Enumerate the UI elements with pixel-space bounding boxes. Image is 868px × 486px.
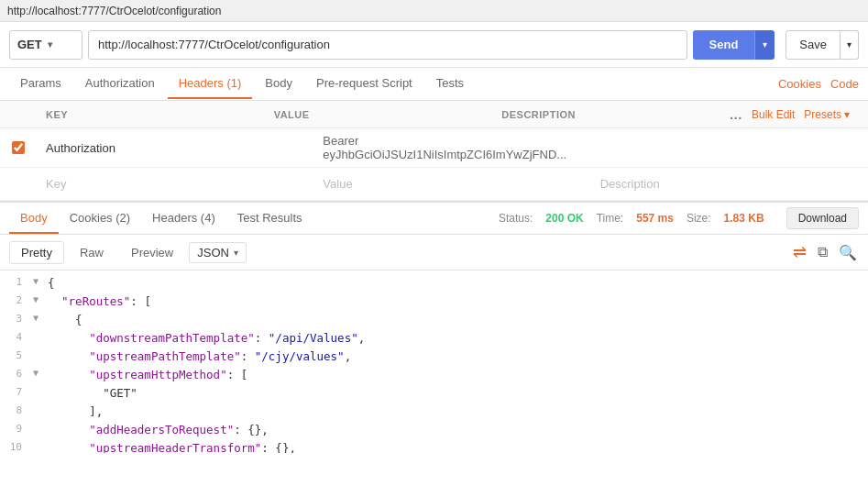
tab-body[interactable]: Body <box>254 69 303 99</box>
header-row-1: Authorization Bearer eyJhbGciOiJSUzI1NiI… <box>0 128 868 168</box>
method-value: GET <box>17 38 42 51</box>
line-content: "upstreamHttpMethod": [ <box>44 366 247 384</box>
line-toggle[interactable]: ▼ <box>33 311 44 329</box>
wrap-button[interactable]: ⇌ <box>791 240 808 264</box>
search-button[interactable]: 🔍 <box>837 242 859 263</box>
line-number: 3 <box>0 311 33 329</box>
code-line: 1▼{ <box>0 274 868 293</box>
copy-button[interactable]: ⧉ <box>816 242 830 262</box>
response-view-tabs: Pretty Raw Preview JSON ▾ ⇌ ⧉ 🔍 <box>0 235 868 271</box>
size-label: Size: <box>687 212 711 225</box>
description-input[interactable] <box>600 177 859 191</box>
title-bar: http://localhost:7777/CtrOcelot/configur… <box>0 0 868 22</box>
line-content: { <box>44 274 55 293</box>
code-line: 2▼ "reRoutes": [ <box>0 293 868 311</box>
presets-chevron-icon: ▾ <box>844 108 850 121</box>
code-line: 7 "GET" <box>0 384 868 403</box>
format-chevron-icon: ▾ <box>234 248 238 258</box>
status-label: Status: <box>499 212 533 225</box>
line-number: 6 <box>0 366 33 384</box>
line-toggle <box>33 348 44 366</box>
placeholder-description[interactable] <box>591 171 868 196</box>
send-button-group: Send ▾ <box>693 30 775 60</box>
response-size: 1.83 KB <box>724 212 764 225</box>
line-content: "upstreamPathTemplate": "/cjy/values", <box>44 348 351 366</box>
code-area: 1▼{2▼ "reRoutes": [3▼ {4 "downstreamPath… <box>0 271 868 453</box>
line-number: 8 <box>0 403 33 421</box>
row1-key: Authorization <box>37 136 313 160</box>
line-content: ], <box>44 403 103 421</box>
tab-pre-request[interactable]: Pre-request Script <box>305 69 423 99</box>
response-bar: Body Cookies (2) Headers (4) Test Result… <box>0 202 868 235</box>
method-chevron-icon: ▾ <box>48 39 52 50</box>
line-number: 1 <box>0 274 33 293</box>
time-label: Time: <box>597 212 624 225</box>
resp-tab-test-results[interactable]: Test Results <box>226 204 313 234</box>
headers-table-header: KEY VALUE DESCRIPTION ... Bulk Edit Pres… <box>0 101 868 128</box>
key-col-header: KEY <box>46 109 274 120</box>
save-button[interactable]: Save <box>786 30 841 60</box>
placeholder-value[interactable] <box>313 171 590 196</box>
view-tab-preview[interactable]: Preview <box>119 241 185 264</box>
resp-tab-headers[interactable]: Headers (4) <box>141 204 226 234</box>
view-tab-pretty[interactable]: Pretty <box>9 241 64 264</box>
line-toggle <box>33 384 44 403</box>
send-button[interactable]: Send <box>693 30 755 60</box>
resp-tab-body[interactable]: Body <box>9 204 59 234</box>
line-content: { <box>44 311 82 329</box>
value-col-header: VALUE <box>274 109 502 120</box>
row1-description <box>591 142 868 153</box>
line-number: 5 <box>0 348 33 366</box>
line-content: "reRoutes": [ <box>44 293 151 311</box>
code-line: 8 ], <box>0 403 868 421</box>
tab-headers[interactable]: Headers (1) <box>168 69 253 99</box>
request-tabs: Params Authorization Headers (1) Body Pr… <box>0 68 868 101</box>
window-title: http://localhost:7777/CtrOcelot/configur… <box>7 5 221 17</box>
code-line: 3▼ { <box>0 311 868 329</box>
line-toggle <box>33 329 44 348</box>
line-content: "addHeadersToRequest": {}, <box>44 421 269 439</box>
line-number: 10 <box>0 439 33 453</box>
tab-tests[interactable]: Tests <box>425 69 475 99</box>
cookies-link[interactable]: Cookies <box>778 77 821 91</box>
send-dropdown-button[interactable]: ▾ <box>754 30 775 60</box>
view-actions: ⇌ ⧉ 🔍 <box>791 240 859 264</box>
save-dropdown-button[interactable]: ▾ <box>841 30 859 60</box>
line-number: 2 <box>0 293 33 311</box>
line-number: 9 <box>0 421 33 439</box>
code-line: 5 "upstreamPathTemplate": "/cjy/values", <box>0 348 868 366</box>
response-section: Body Cookies (2) Headers (4) Test Result… <box>0 202 868 453</box>
code-line: 10 "upstreamHeaderTransform": {}, <box>0 439 868 453</box>
row1-checkbox[interactable] <box>0 141 37 154</box>
tab-authorization[interactable]: Authorization <box>74 69 166 99</box>
line-content: "GET" <box>44 384 137 403</box>
key-input[interactable] <box>46 177 304 191</box>
response-time: 557 ms <box>636 212 674 225</box>
download-button[interactable]: Download <box>786 207 859 229</box>
line-content: "downstreamPathTemplate": "/api/Values", <box>44 329 365 348</box>
method-selector[interactable]: GET ▾ <box>9 30 82 60</box>
dots-icon[interactable]: ... <box>730 106 742 122</box>
response-status: Status: 200 OK Time: 557 ms Size: 1.83 K… <box>499 207 859 229</box>
url-input[interactable] <box>88 30 687 60</box>
line-toggle <box>33 439 44 453</box>
line-toggle[interactable]: ▼ <box>33 274 44 293</box>
code-link[interactable]: Code <box>830 77 859 91</box>
format-value: JSON <box>197 246 229 260</box>
bulk-edit-button[interactable]: Bulk Edit <box>752 108 795 121</box>
resp-tab-cookies[interactable]: Cookies (2) <box>59 204 141 234</box>
code-line: 4 "downstreamPathTemplate": "/api/Values… <box>0 329 868 348</box>
view-tab-raw[interactable]: Raw <box>68 241 115 264</box>
line-toggle[interactable]: ▼ <box>33 366 44 384</box>
line-number: 7 <box>0 384 33 403</box>
line-content: "upstreamHeaderTransform": {}, <box>44 439 296 453</box>
code-line: 9 "addHeadersToRequest": {}, <box>0 421 868 439</box>
line-toggle[interactable]: ▼ <box>33 293 44 311</box>
value-input[interactable] <box>323 177 581 191</box>
format-selector[interactable]: JSON ▾ <box>189 242 247 263</box>
presets-button[interactable]: Presets ▾ <box>804 108 850 121</box>
header-right-links: Cookies Code <box>778 77 859 91</box>
placeholder-key[interactable] <box>37 171 313 196</box>
tab-params[interactable]: Params <box>9 69 72 99</box>
save-button-group: Save ▾ <box>786 30 859 60</box>
